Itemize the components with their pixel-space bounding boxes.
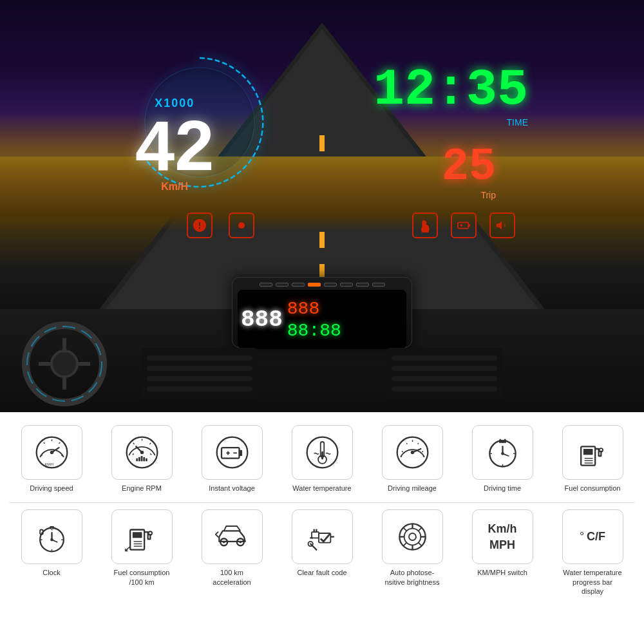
- svg-line-94: [403, 543, 406, 546]
- svg-rect-5: [468, 224, 470, 227]
- engine-rpm-label: Engine RPM: [122, 484, 162, 493]
- hud-seg-left: 888: [241, 307, 283, 333]
- svg-rect-24: [140, 456, 142, 461]
- temp-display-label: Water temperature progress bar display: [562, 568, 623, 596]
- svg-rect-3: [424, 221, 426, 225]
- hud-seg-right-bottom: 88:88: [287, 321, 402, 341]
- clock-icon-box: [21, 509, 82, 564]
- svg-rect-25: [143, 457, 145, 461]
- feature-driving-speed: KM/H Driving speed: [10, 425, 93, 493]
- driving-speed-label: Driving speed: [30, 484, 73, 493]
- feature-driving-time: Driving time: [460, 425, 544, 493]
- vent-right: [386, 348, 502, 399]
- svg-line-91: [403, 528, 406, 531]
- steering-wheel-area: [19, 319, 109, 409]
- svg-point-76: [239, 541, 242, 544]
- hud-seg-right-top: 888: [287, 299, 402, 319]
- feature-clear-fault: Clear fault code: [280, 509, 364, 596]
- svg-point-17: [50, 451, 53, 455]
- svg-point-9: [52, 351, 77, 377]
- fuel-100-icon-box: [111, 509, 173, 564]
- svg-point-2: [238, 222, 245, 229]
- km-mph-label: KM/MPH switch: [477, 568, 527, 577]
- feature-fuel-100: Fuel consumption /100 km: [100, 509, 184, 596]
- instant-voltage-icon-box: [202, 425, 263, 480]
- svg-point-86: [409, 533, 416, 540]
- svg-point-39: [410, 451, 414, 455]
- warning-sun-icon: [229, 213, 254, 238]
- features-section: KM/H Driving speed: [0, 412, 644, 644]
- driving-mileage-label: Driving mileage: [388, 484, 437, 493]
- svg-rect-67: [132, 532, 142, 538]
- svg-rect-77: [312, 532, 319, 538]
- water-temp-label: Water temperature: [292, 484, 351, 493]
- features-row-1: KM/H Driving speed: [10, 425, 634, 493]
- horizon: [0, 156, 644, 231]
- clear-fault-icon-box: [292, 509, 353, 564]
- driving-time-icon-box: [472, 425, 533, 480]
- feature-auto-brightness: Auto photose-nsitive brightness: [370, 509, 454, 596]
- svg-rect-4: [458, 222, 469, 228]
- time-value: 12:35: [374, 64, 528, 116]
- hud-device-screen: 888 888 88:88: [238, 290, 406, 349]
- feature-engine-rpm: Engine RPM: [100, 425, 184, 493]
- warning-battery-icon: [451, 213, 477, 238]
- driving-speed-icon-box: KM/H: [21, 425, 82, 480]
- row-divider: [10, 502, 634, 503]
- auto-brightness-icon-box: [382, 509, 443, 564]
- svg-point-75: [222, 541, 225, 544]
- driving-time-label: Driving time: [484, 484, 521, 493]
- feature-temp-display: ° C/F Water temperature progress bar dis…: [551, 509, 634, 596]
- feature-fuel-consumption: Fuel consumption: [551, 425, 634, 493]
- feature-instant-voltage: Instant voltage: [190, 425, 274, 493]
- svg-point-58: [50, 538, 53, 542]
- clock-label: Clock: [43, 568, 61, 577]
- speed-display: X1000 42 Km/H: [135, 97, 214, 193]
- water-temp-icon-box: [292, 425, 353, 480]
- instant-voltage-label: Instant voltage: [209, 484, 255, 493]
- 100km-accel-icon-box: [202, 509, 263, 564]
- svg-point-68: [148, 532, 152, 536]
- feature-clock: Clock: [10, 509, 93, 596]
- dashboard: 888 888 88:88: [0, 309, 644, 412]
- 100km-accel-label: 100 km acceleration: [202, 568, 263, 587]
- feature-driving-mileage: Driving mileage: [370, 425, 454, 493]
- warning-speaker-icon: [489, 213, 515, 238]
- fuel-100-label: Fuel consumption /100 km: [111, 568, 173, 587]
- time-display: 12:35 TIME: [374, 64, 528, 128]
- driving-mileage-icon-box: [382, 425, 443, 480]
- auto-brightness-label: Auto photose-nsitive brightness: [382, 568, 443, 587]
- svg-rect-29: [239, 450, 242, 456]
- trip-value: 25: [442, 145, 496, 190]
- hud-device: 888 888 88:88: [232, 277, 412, 348]
- svg-line-93: [418, 528, 421, 531]
- feature-100km-accel: 100 km acceleration: [190, 509, 274, 596]
- svg-point-51: [599, 448, 603, 452]
- trip-display: 25 Trip: [442, 145, 496, 200]
- hud-display-section: X1000 42 Km/H 12:35 TIME 25 Trip: [0, 0, 644, 412]
- feature-km-mph: Km/h MPH KM/MPH switch: [460, 509, 544, 596]
- warning-temp-icon: [412, 213, 438, 238]
- svg-rect-22: [136, 459, 138, 462]
- clear-fault-label: Clear fault code: [297, 568, 346, 577]
- fuel-consumption-icon-box: [562, 425, 623, 480]
- warning-icons-right: [412, 213, 515, 238]
- svg-rect-23: [138, 457, 140, 461]
- svg-rect-36: [321, 451, 323, 460]
- km-mph-icon-box: Km/h MPH: [472, 509, 533, 564]
- svg-rect-26: [146, 459, 147, 462]
- svg-text:KM/H: KM/H: [44, 462, 53, 466]
- temp-display-icon-box: ° C/F: [562, 509, 623, 564]
- speed-value: 42: [135, 110, 214, 181]
- svg-point-85: [404, 529, 421, 545]
- warning-icons-left: [187, 213, 254, 238]
- svg-line-92: [418, 543, 421, 546]
- warning-engine-icon: [187, 213, 213, 238]
- fuel-consumption-label: Fuel consumption: [565, 484, 621, 493]
- svg-rect-50: [583, 449, 592, 455]
- svg-point-43: [501, 452, 504, 455]
- vent-left: [142, 348, 258, 399]
- features-row-2: Clock Fuel consumption /100 km: [10, 509, 634, 596]
- svg-point-21: [140, 451, 144, 455]
- engine-rpm-icon-box: [111, 425, 173, 480]
